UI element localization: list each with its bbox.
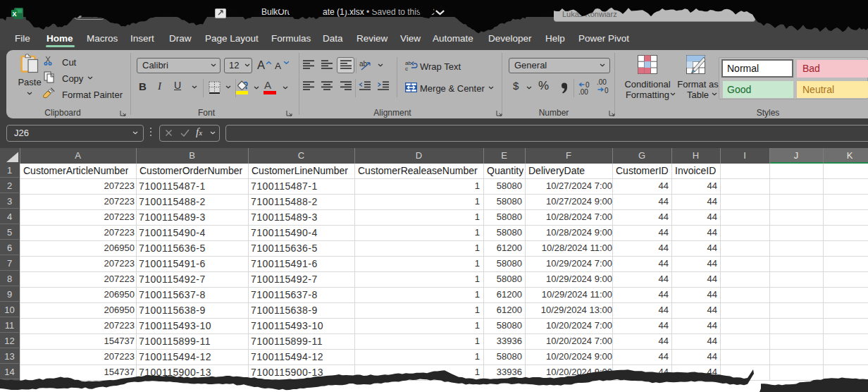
svg-text:.00: .00	[597, 78, 607, 86]
svg-text:c: c	[405, 66, 408, 71]
svg-text:0: 0	[604, 87, 609, 94]
svg-text:ab: ab	[359, 60, 368, 68]
svg-text:.00: .00	[578, 88, 588, 95]
